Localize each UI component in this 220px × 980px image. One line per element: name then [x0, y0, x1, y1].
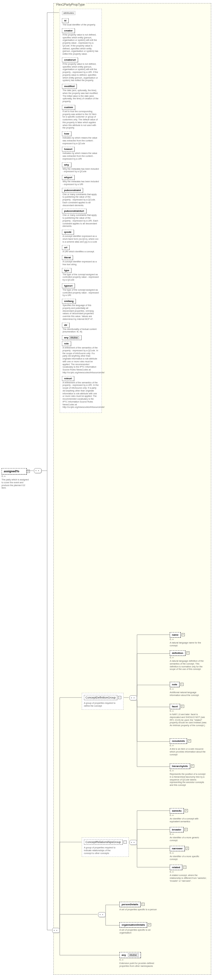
attribute-name[interactable]: pubconstraint	[62, 188, 83, 192]
element-box[interactable]: name	[170, 632, 181, 638]
child-multiplicity: 0..∞	[170, 745, 217, 746]
attribute-name[interactable]: why	[62, 162, 71, 167]
child-note: note+0..∞Additional natural language inf…	[170, 682, 217, 697]
root-description: The party which is assigned to cover the…	[2, 479, 30, 490]
attribute-name[interactable]: qcode	[62, 230, 74, 234]
attribute-name[interactable]: literal	[62, 255, 73, 260]
element-box[interactable]: remoteInfo	[170, 738, 187, 744]
attribute-description: Indicates by which means the value was e…	[62, 137, 99, 145]
attribute-type: typeThe type of the concept assigned as …	[62, 268, 100, 282]
attribute-description: One or many constraints that apply to pu…	[62, 214, 99, 228]
attribute-why: whyWhy the metadata has been included - …	[62, 162, 100, 173]
collapse-icon[interactable]: −	[124, 840, 127, 844]
group-description: A group of properties required to define…	[84, 702, 118, 708]
element-box[interactable]: organisationDetails	[120, 922, 147, 928]
attribute-name[interactable]: how	[62, 131, 71, 136]
attribute-custom: customIf set to true the corresponding p…	[62, 105, 100, 129]
child-related: related+0..∞A related concept, where the…	[170, 865, 217, 882]
attribute-uri: uriA URI which identifies a concept.	[62, 245, 100, 253]
attribute-name[interactable]: creatoruri	[62, 57, 78, 62]
expand-icon[interactable]: +	[187, 651, 190, 654]
expand-icon[interactable]: +	[185, 828, 188, 831]
element-box[interactable]: related	[170, 865, 182, 870]
collapse-icon[interactable]: −	[118, 696, 121, 699]
attribute-description: Why the metadata has been included - exp…	[62, 168, 99, 173]
expand-icon[interactable]: +	[185, 809, 188, 812]
attribute-description: A concept identifier expressed as a free…	[62, 261, 99, 266]
element-box[interactable]: broader	[170, 827, 183, 832]
attribute-name[interactable]: howuri	[62, 147, 75, 151]
group-title[interactable]: ConceptDefinitionGroup	[84, 695, 117, 700]
child-description: An identifier of a more generic concept.	[170, 837, 207, 842]
any-label: any	[122, 954, 126, 956]
element-box[interactable]: hierarchyInfo	[170, 764, 190, 769]
complex-type-title: Flex1PartyPropType	[56, 3, 86, 6]
attribute-description: The type of the concept assigned as cont…	[62, 289, 99, 297]
child-multiplicity: 0..∞	[170, 871, 217, 873]
expand-icon[interactable]: +	[183, 865, 187, 869]
attribute-name[interactable]: uri	[62, 245, 69, 250]
expand-icon[interactable]: +	[180, 683, 183, 686]
child-multiplicity: 0..∞	[170, 688, 217, 690]
attribute-description: A concept identifier expressed as a shor…	[62, 235, 99, 243]
attribute-name[interactable]: creator	[62, 28, 75, 33]
element-box[interactable]: narrower	[170, 846, 185, 851]
child-narrower: narrower+0..∞An identifier of a more spe…	[170, 846, 217, 861]
attribute-roleuri: roleuriA refinement of the semantics of …	[62, 376, 100, 409]
root-element-wrap: assignedTo − 0..∞ The party which is ass…	[2, 468, 27, 490]
sequence-connector-details	[98, 912, 105, 917]
group-title[interactable]: ConceptRelationshipsGroup	[84, 840, 123, 845]
attribute-name[interactable]: whyuri	[62, 175, 75, 180]
attribute-name[interactable]: typeuri	[62, 283, 75, 288]
attribute-description: The directionality of textual content (e…	[62, 328, 99, 334]
collapse-icon[interactable]: −	[27, 470, 30, 473]
attribute-name[interactable]: modified	[62, 84, 77, 89]
attribute-qcode: qcodeA concept identifier expressed as a…	[62, 230, 100, 243]
attribute-description: A refinement of the semantics of the pro…	[62, 347, 99, 374]
attribute-name[interactable]: xmllang	[62, 299, 76, 304]
attribute-name[interactable]: pubconstrainturi	[62, 208, 86, 213]
element-box[interactable]: sameAs	[170, 808, 184, 813]
root-element[interactable]: assignedTo −	[2, 468, 27, 474]
child-description: Represents the position of a concept in …	[170, 773, 207, 787]
element-box[interactable]: facet	[170, 704, 180, 709]
expand-icon[interactable]: +	[188, 739, 191, 743]
child-multiplicity: 0..∞	[170, 833, 217, 835]
attribute-name[interactable]: any ##other	[62, 335, 81, 340]
expand-icon[interactable]: +	[142, 903, 145, 906]
element-box[interactable]: personDetails	[120, 902, 140, 907]
child-facet: facet+0..∞In NAR 1.8 and later: facet is…	[170, 704, 217, 727]
attribute-description: A refinement of the semantics of the pro…	[62, 382, 99, 409]
attribute-description: The local identifier of the property.	[62, 24, 99, 26]
element-box[interactable]: definition	[170, 651, 185, 656]
child-sameAs: sameAs+0..∞An identifier of a concept wi…	[170, 808, 217, 823]
attribute-name[interactable]: type	[62, 268, 71, 273]
expand-icon[interactable]: +	[182, 633, 185, 636]
child-description: A natural language name for the concept.	[170, 641, 207, 647]
child-organisationDetails: organisationDetails+A set of properties …	[120, 922, 182, 934]
diagram-canvas: Flex1PartyPropType assignedTo − 0..∞ The…	[0, 0, 220, 980]
attribute-pubconstraint: pubconstraintOne or many constraints tha…	[62, 188, 100, 207]
expand-icon[interactable]: +	[186, 847, 189, 850]
attribute-name[interactable]: id	[62, 18, 69, 23]
attributes-panel: attributes idThe local identifier of the…	[60, 9, 102, 413]
expand-icon[interactable]: +	[191, 764, 194, 768]
child-description: A link to an item or a web resource whic…	[170, 748, 207, 756]
attribute-name[interactable]: role	[62, 341, 71, 346]
attribute-creator: creatorIf the property value is not defi…	[62, 28, 100, 56]
child-multiplicity: 0..∞	[170, 638, 217, 640]
child-description: In NAR 1.8 and later: facet is deprecate…	[170, 713, 207, 727]
attribute-name[interactable]: roleuri	[62, 376, 74, 381]
root-multiplicity: 0..∞	[2, 475, 27, 477]
element-box[interactable]: note	[170, 682, 179, 687]
expand-icon[interactable]: +	[148, 923, 151, 926]
sequence-connector	[34, 468, 41, 473]
attribute-description: If the property value is not defined, sp…	[62, 63, 99, 82]
attribute-name[interactable]: dir	[62, 323, 69, 328]
attribute-name[interactable]: custom	[62, 105, 75, 110]
expand-icon[interactable]: +	[181, 705, 184, 708]
attribute-description: If set to true the corresponding propert…	[62, 110, 99, 129]
child-description: A set of properties specific to a person	[120, 908, 157, 911]
any-element[interactable]: any ##other	[120, 952, 141, 958]
attribute-how: howIndicates by which means the value wa…	[62, 131, 100, 145]
